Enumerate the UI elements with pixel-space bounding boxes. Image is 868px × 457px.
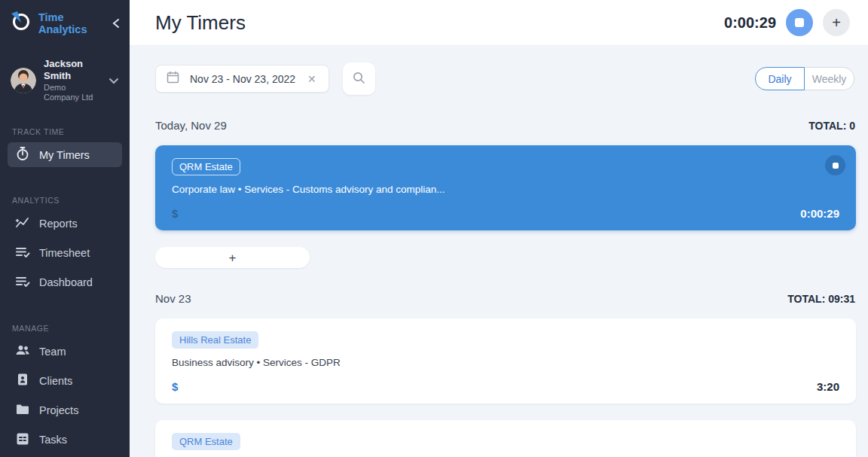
entry-duration: 3:20 [817, 380, 839, 393]
day-group-header: Today, Nov 29 TOTAL: 0 [155, 119, 856, 132]
day-group-total: TOTAL: 09:31 [787, 293, 855, 305]
list-check-icon [15, 245, 30, 262]
clear-date-icon[interactable]: ✕ [306, 73, 318, 85]
people-icon [15, 343, 30, 360]
sidebar-item-my-timers[interactable]: My Timers [8, 142, 122, 167]
day-group-header: Nov 23 TOTAL: 09:31 [155, 292, 856, 305]
day-group-date: Nov 23 [155, 292, 787, 305]
entry-description: Business advisory • Services - GDPR [172, 357, 839, 368]
sidebar-item-timesheet[interactable]: Timesheet [8, 241, 122, 266]
view-toggle: Daily Weekly [755, 67, 854, 90]
brand: Time Analytics [0, 0, 130, 35]
topbar: My Timers 0:00:29 + [130, 0, 868, 46]
entry-description: Corporate law • Services - Customs advis… [172, 184, 839, 195]
contact-card-icon [15, 372, 30, 389]
date-range-value: Nov 23 - Nov 23, 2022 [190, 73, 295, 85]
section-label-manage: MANAGE [12, 324, 118, 333]
billable-toggle[interactable]: $ [172, 380, 178, 393]
client-badge: QRM Estate [172, 158, 240, 175]
sidebar-item-label: Tasks [39, 434, 67, 446]
app-logo-icon [11, 11, 32, 35]
topbar-actions: 0:00:29 + [724, 9, 850, 36]
entry-duration: 0:00:29 [800, 207, 839, 220]
sidebar-item-label: My Timers [39, 149, 90, 161]
avatar [11, 68, 36, 93]
view-toggle-weekly[interactable]: Weekly [805, 67, 854, 90]
stop-timer-button[interactable] [786, 9, 813, 36]
chevron-down-icon [108, 74, 119, 87]
search-icon [352, 71, 365, 87]
folder-icon [15, 402, 30, 419]
sidebar-item-label: Timesheet [39, 247, 90, 259]
entry-bottom-row: $ 0:00:29 [172, 207, 839, 220]
running-timer-value: 0:00:29 [724, 14, 776, 32]
add-timer-button[interactable]: + [823, 9, 850, 36]
day-group-total: TOTAL: 0 [808, 120, 855, 132]
sidebar-item-label: Reports [39, 218, 78, 230]
entry-bottom-row: $ 3:20 [172, 380, 839, 393]
stop-icon [833, 163, 839, 169]
sidebar-item-clients[interactable]: Clients [8, 368, 122, 393]
page-title: My Timers [155, 11, 724, 35]
trend-chart-icon [15, 215, 30, 232]
task-list-icon [15, 431, 30, 449]
user-meta: Jackson Smith Demo Company Ltd [44, 58, 101, 103]
calendar-icon [167, 71, 179, 87]
section-label-analytics: ANALYTICS [12, 196, 118, 205]
sidebar-item-label: Projects [39, 404, 78, 416]
client-badge: Hills Real Estate [172, 331, 258, 349]
account-switcher[interactable]: Jackson Smith Demo Company Ltd [11, 58, 119, 103]
brand-name: Time Analytics [38, 11, 105, 35]
stopwatch-icon [15, 146, 30, 163]
user-company: Demo Company Ltd [44, 83, 101, 104]
content: Nov 23 - Nov 23, 2022 ✕ Daily Weekly Tod… [130, 46, 868, 457]
timer-entry-card-partial[interactable]: QRM Estate [155, 420, 856, 457]
entry-stop-button[interactable] [825, 155, 845, 175]
sidebar-item-label: Team [39, 346, 66, 358]
billable-toggle[interactable]: $ [172, 207, 178, 220]
sidebar-item-tasks[interactable]: Tasks [8, 428, 122, 452]
client-badge: QRM Estate [172, 433, 240, 450]
view-toggle-daily[interactable]: Daily [755, 67, 805, 90]
sidebar-item-label: Dashboard [39, 276, 93, 288]
sidebar-item-dashboard[interactable]: Dashboard [8, 270, 122, 295]
date-range-filter[interactable]: Nov 23 - Nov 23, 2022 ✕ [155, 65, 329, 93]
sidebar-item-projects[interactable]: Projects [8, 398, 122, 423]
sidebar-item-team[interactable]: Team [8, 339, 122, 364]
sidebar-collapse-icon[interactable] [112, 18, 121, 29]
user-name: Jackson Smith [44, 58, 101, 83]
timer-entry-card[interactable]: Hills Real Estate Business advisory • Se… [155, 318, 856, 404]
main-area: My Timers 0:00:29 + Nov 23 - Nov 23, 202… [130, 0, 868, 457]
sidebar-item-label: Clients [39, 375, 72, 387]
add-entry-button[interactable]: + [155, 247, 310, 268]
sidebar: Time Analytics Jackson Smith Demo Compan… [0, 0, 130, 457]
sidebar-item-reports[interactable]: Reports [8, 211, 122, 236]
list-check-icon [15, 274, 30, 291]
stop-icon [795, 18, 804, 27]
section-label-track-time: TRACK TIME [12, 127, 118, 136]
filter-row: Nov 23 - Nov 23, 2022 ✕ Daily Weekly [155, 62, 856, 95]
timer-entry-card-running[interactable]: QRM Estate Corporate law • Services - Cu… [155, 145, 856, 230]
day-group-date: Today, Nov 29 [155, 119, 808, 132]
search-button[interactable] [343, 62, 375, 95]
